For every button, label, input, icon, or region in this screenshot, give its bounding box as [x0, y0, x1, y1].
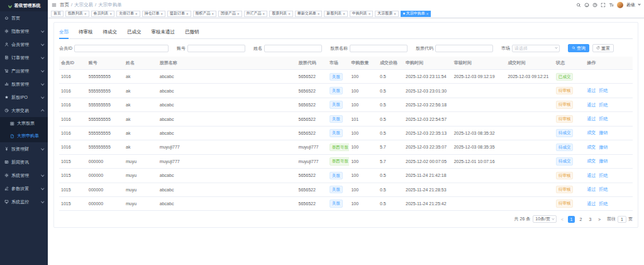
close-icon[interactable]: × [263, 12, 265, 16]
tag-6[interactable]: 期权产品× [193, 11, 217, 17]
action-link[interactable]: 拒绝 [599, 116, 608, 121]
action-link[interactable]: 撤销 [599, 130, 608, 135]
next-page-button[interactable]: > [596, 216, 602, 223]
close-icon[interactable]: × [288, 12, 291, 16]
breadcrumb-item[interactable]: 首页 [60, 2, 69, 8]
sidebar-item-product-mgmt[interactable]: 产品管理 [0, 64, 48, 77]
tag-1[interactable]: 指数列表× [65, 11, 89, 17]
status-tab-0[interactable]: 全部 [59, 28, 69, 39]
sidebar-item-invest[interactable]: 投资理财 [0, 142, 48, 155]
action-link[interactable]: 撤销 [599, 145, 608, 149]
market-badge: 美股 [330, 129, 343, 137]
font-size-icon[interactable] [609, 3, 614, 8]
github-icon[interactable] [584, 3, 589, 8]
action-link[interactable]: 通过 [587, 187, 596, 191]
close-icon[interactable]: × [369, 12, 371, 16]
status-badge: 待审核 [556, 200, 574, 207]
close-icon[interactable]: × [343, 12, 345, 16]
close-icon[interactable]: × [212, 12, 214, 16]
action-link[interactable]: 拒绝 [599, 103, 608, 107]
action-link[interactable]: 通过 [587, 201, 596, 206]
member-id-input[interactable] [74, 45, 169, 52]
tag-10[interactable]: 最新交易单× [295, 11, 323, 17]
account-input[interactable] [187, 45, 245, 52]
close-icon[interactable]: × [135, 12, 138, 16]
reset-button[interactable]: 重置 [592, 44, 614, 52]
avatar[interactable] [617, 2, 623, 8]
tag-5[interactable]: 提款订单× [167, 11, 191, 17]
status-tab-2[interactable]: 待成交 [103, 28, 118, 38]
tag-9[interactable]: 股票列表× [269, 11, 293, 17]
action-link[interactable]: 通过 [587, 103, 596, 107]
close-icon[interactable]: × [84, 12, 87, 16]
status-tab-4[interactable]: 审核未通过 [152, 28, 175, 38]
sidebar-item-system-monitor[interactable]: 系统监控 [0, 195, 48, 208]
tag-12[interactable]: 申购列表× [350, 11, 374, 17]
stock-code-input[interactable] [435, 45, 493, 52]
goto-page-input[interactable] [618, 216, 626, 223]
tag-8[interactable]: 外汇产品× [244, 11, 268, 17]
sidebar-item-order-mgmt[interactable]: 订单管理 [0, 51, 48, 64]
close-icon[interactable]: × [186, 12, 189, 16]
sidebar-item-home[interactable]: 首页 [0, 11, 48, 25]
action-link[interactable]: 通过 [587, 173, 596, 178]
page-size-select[interactable]: 10条/页 [533, 215, 557, 223]
search-icon[interactable] [576, 3, 581, 8]
action-link[interactable]: 撤销 [599, 159, 608, 163]
name-input[interactable] [264, 45, 322, 52]
sidebar-item-block-purchase[interactable]: 大宗申购单 [0, 130, 48, 142]
action-link[interactable]: 拒绝 [599, 173, 608, 178]
market-select[interactable]: 请选择 [512, 45, 560, 52]
hamburger-icon[interactable] [52, 3, 57, 8]
sidebar-item-news[interactable]: 新闻资讯 [0, 155, 48, 169]
tag-3[interactable]: 充值订单× [116, 11, 140, 17]
sidebar-item-member-mgmt[interactable]: 会员管理 [0, 38, 48, 51]
page-3-button[interactable]: 3 [587, 216, 594, 223]
status-tab-1[interactable]: 待审核 [79, 28, 93, 38]
table-row: 1015000000muyuabcabc5656522美股1000.52025-… [59, 196, 633, 210]
sidebar-item-ipo[interactable]: 新股IPO [0, 91, 48, 104]
status-tab-5[interactable]: 已撤销 [185, 28, 199, 38]
market-badge: 美股 [330, 73, 343, 81]
action-link[interactable]: 通过 [587, 116, 596, 121]
breadcrumb-item[interactable]: 大宗交易 [74, 2, 93, 8]
username[interactable]: 若依 [626, 2, 635, 8]
action-link[interactable]: 通过 [587, 88, 596, 93]
close-icon[interactable]: × [318, 12, 320, 16]
tag-4[interactable]: 持仓订单× [142, 11, 166, 17]
sidebar-item-system-mgmt[interactable]: 系统管理 [0, 169, 48, 182]
close-icon[interactable]: × [237, 12, 240, 16]
tag-label: 大宗股票 [377, 11, 392, 16]
tag-0[interactable]: 首页 [51, 11, 64, 17]
action-link[interactable]: 拒绝 [599, 201, 608, 206]
sidebar-item-block-trade[interactable]: 大宗交易 [0, 104, 48, 117]
tag-14[interactable]: 大宗申购单× [401, 11, 431, 17]
tag-2[interactable]: 会员列表× [91, 11, 115, 17]
prev-page-button[interactable]: < [559, 216, 565, 223]
action-link[interactable]: 成交 [587, 159, 596, 163]
tag-7[interactable]: 国债产品× [218, 11, 242, 17]
stock-name-input[interactable] [350, 45, 408, 52]
status-tabs: 全部待审核待成交已成交审核未通过已撤销 [59, 28, 633, 39]
action-link[interactable]: 成交 [587, 145, 596, 149]
close-icon[interactable]: × [110, 12, 113, 16]
question-icon[interactable] [592, 3, 597, 8]
sidebar-item-block-stock[interactable]: 大宗股票 [0, 117, 48, 130]
page-1-button[interactable]: 1 [568, 216, 575, 223]
status-tab-3[interactable]: 已成交 [127, 28, 142, 38]
close-icon[interactable]: × [426, 12, 429, 16]
market-badge: 墨西哥股 [330, 144, 350, 151]
fullscreen-icon[interactable] [601, 3, 606, 8]
sidebar-item-param-settings[interactable]: 参数设置 [0, 182, 48, 195]
page-2-button[interactable]: 2 [577, 216, 584, 223]
action-link[interactable]: 成交 [587, 130, 596, 135]
sidebar-item-stock-mgmt[interactable]: 股票管理 [0, 77, 48, 91]
action-link[interactable]: 拒绝 [599, 88, 608, 93]
tag-11[interactable]: 新股列表× [324, 11, 348, 17]
close-icon[interactable]: × [394, 12, 396, 16]
tag-13[interactable]: 大宗股票× [375, 11, 399, 17]
close-icon[interactable]: × [161, 12, 164, 16]
action-link[interactable]: 拒绝 [599, 187, 608, 191]
search-button[interactable]: 查询 [568, 44, 589, 52]
sidebar-item-index-mgmt[interactable]: 指数管理 [0, 25, 48, 38]
